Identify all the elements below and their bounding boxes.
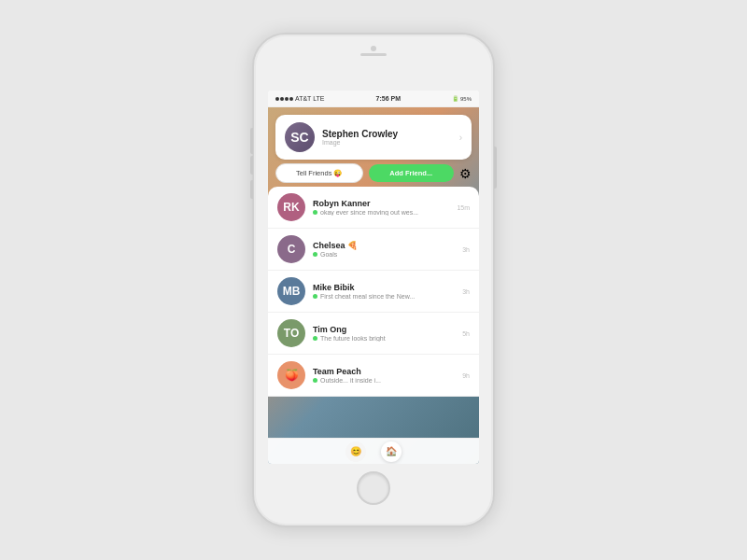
last-message: Goals	[320, 251, 337, 258]
vol-up	[250, 156, 253, 175]
message-time: 9h	[462, 372, 470, 379]
signal-dots	[275, 97, 293, 101]
bottom-navigation: 😊 🏠	[268, 438, 479, 464]
volume-buttons	[250, 156, 253, 199]
contact-info: Team Peach Outside... it inside i...	[313, 367, 455, 384]
status-row: First cheat meal since the New...	[313, 293, 455, 300]
status-row: Outside... it inside i...	[313, 377, 455, 384]
list-item[interactable]: C Chelsea 🍕 Goals 3h	[268, 229, 479, 271]
contact-name: Tim Ong	[313, 325, 455, 334]
tell-friends-button[interactable]: Tell Friends 😜	[275, 163, 363, 183]
contact-info: Robyn Kanner okay ever since moving out …	[313, 199, 449, 216]
online-dot	[313, 210, 317, 215]
contact-info: Mike Bibik First cheat meal since the Ne…	[313, 283, 455, 300]
contact-info: Chelsea 🍕 Goals	[313, 241, 455, 258]
last-message: First cheat meal since the New...	[320, 293, 415, 300]
list-item[interactable]: MB Mike Bibik First cheat meal since the…	[268, 271, 479, 313]
phone-screen: AT&T LTE 7:56 PM 🔋 95% SC Stephen Crowle…	[268, 91, 479, 464]
home-button[interactable]	[357, 471, 390, 505]
vol-down	[250, 180, 253, 199]
message-time: 3h	[462, 246, 470, 253]
status-row: okay ever since moving out wes...	[313, 209, 449, 216]
action-buttons-row: Tell Friends 😜 Add Friend... ⚙	[275, 163, 472, 183]
last-message: Outside... it inside i...	[320, 377, 381, 384]
profile-left: SC Stephen Crowley Image	[285, 122, 398, 152]
status-left: AT&T LTE	[275, 95, 325, 102]
status-row: Goals	[313, 251, 455, 258]
avatar: SC	[285, 122, 315, 152]
clock: 7:56 PM	[376, 95, 401, 102]
emoji-nav-button[interactable]: 😊	[345, 441, 366, 462]
online-dot	[313, 378, 317, 383]
avatar: TO	[277, 319, 305, 347]
phone-notch	[254, 46, 493, 56]
settings-icon[interactable]: ⚙	[459, 166, 472, 181]
profile-card[interactable]: SC Stephen Crowley Image ›	[275, 115, 472, 160]
contact-name: Chelsea 🍕	[313, 241, 455, 250]
main-content: SC Stephen Crowley Image › Tell Friends …	[268, 107, 479, 464]
home-nav-button[interactable]: 🏠	[381, 441, 402, 462]
online-dot	[313, 336, 317, 341]
status-bar: AT&T LTE 7:56 PM 🔋 95%	[268, 91, 479, 107]
carrier-label: AT&T LTE	[295, 95, 325, 102]
add-friend-button[interactable]: Add Friend...	[369, 164, 455, 182]
message-time: 15m	[457, 204, 470, 211]
message-time: 5h	[462, 330, 470, 337]
list-item[interactable]: 🍑 Team Peach Outside... it inside i... 9…	[268, 355, 479, 397]
battery-icon: 🔋	[452, 95, 458, 102]
contact-info: Tim Ong The future looks bright	[313, 325, 455, 342]
dot2	[280, 97, 284, 101]
phone-frame: AT&T LTE 7:56 PM 🔋 95% SC Stephen Crowle…	[252, 33, 495, 527]
status-right: 🔋 95%	[452, 95, 472, 102]
list-item[interactable]: TO Tim Ong The future looks bright 5h	[268, 313, 479, 355]
dot1	[275, 97, 279, 101]
profile-subtext: Image	[322, 139, 398, 146]
contacts-list: RK Robyn Kanner okay ever since moving o…	[268, 187, 479, 397]
profile-name: Stephen Crowley	[322, 129, 398, 139]
speaker	[360, 53, 387, 56]
last-message: The future looks bright	[320, 335, 386, 342]
contact-name: Robyn Kanner	[313, 199, 449, 208]
chevron-right-icon: ›	[459, 133, 462, 143]
battery-label: 95%	[460, 96, 472, 102]
online-dot	[313, 252, 317, 257]
contact-name: Mike Bibik	[313, 283, 455, 292]
profile-info: Stephen Crowley Image	[322, 129, 398, 146]
message-time: 3h	[462, 288, 470, 295]
avatar: MB	[277, 277, 305, 305]
contact-name: Team Peach	[313, 367, 455, 376]
dot3	[285, 97, 289, 101]
avatar: C	[277, 235, 305, 263]
online-dot	[313, 294, 317, 299]
status-row: The future looks bright	[313, 335, 455, 342]
dot4	[289, 97, 293, 101]
front-camera	[371, 46, 376, 51]
avatar: RK	[277, 193, 305, 221]
last-message: okay ever since moving out wes...	[320, 209, 418, 216]
list-item[interactable]: RK Robyn Kanner okay ever since moving o…	[268, 187, 479, 229]
avatar: 🍑	[277, 361, 305, 389]
